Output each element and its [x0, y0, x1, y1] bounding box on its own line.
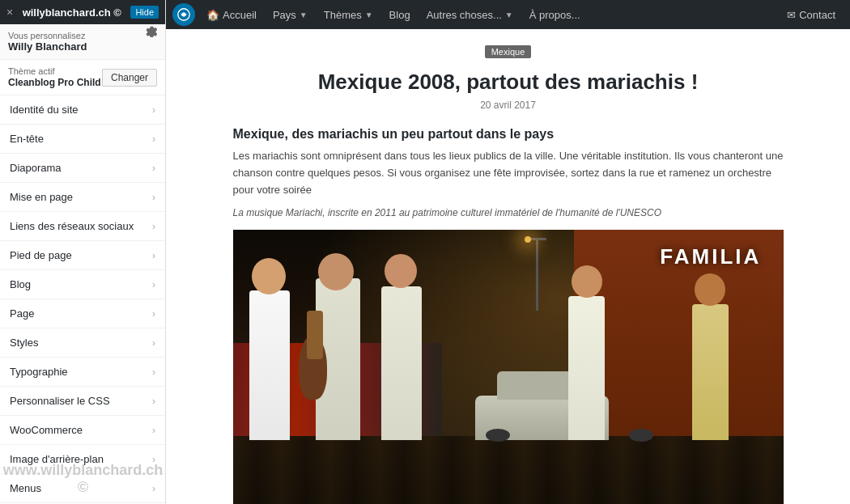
menu-item-label: Styles: [10, 337, 38, 349]
chevron-right-icon: ›: [152, 337, 155, 349]
menu-item-label: Personnaliser le CSS: [10, 395, 110, 407]
menu-item-label: WooCommerce: [10, 424, 83, 436]
chevron-right-icon: ›: [152, 366, 155, 378]
chevron-right-icon: ›: [152, 279, 155, 290]
sidebar-menu-item[interactable]: Blog›: [0, 270, 165, 299]
nav-accueil[interactable]: 🏠 Accueil: [198, 4, 265, 26]
sidebar-menu-item[interactable]: Styles›: [0, 328, 165, 358]
changer-button[interactable]: Changer: [102, 69, 157, 87]
contact-label: Contact: [799, 9, 835, 21]
chevron-right-icon: ›: [152, 250, 155, 261]
nav-pays[interactable]: Pays ▼: [265, 4, 316, 26]
menu-item-label: Pied de page: [10, 249, 72, 261]
topbar: 🏠 Accueil Pays ▼ Thèmes ▼ Blog Autres ch…: [166, 0, 850, 29]
badge-row: Mexique: [233, 45, 784, 65]
menu-item-label: En-tête: [10, 133, 44, 145]
accueil-label: Accueil: [223, 9, 257, 21]
autres-choses-label: Autres choses...: [427, 9, 502, 21]
article-body: Les mariachis sont omniprésent dans tous…: [233, 148, 784, 198]
chevron-right-icon: ›: [152, 454, 155, 465]
site-logo[interactable]: [172, 3, 195, 26]
article-subtitle: Mexique, des mariachis un peu partout da…: [233, 127, 784, 142]
chevron-right-icon: ›: [152, 133, 155, 145]
sidebar-menu-item[interactable]: Personnaliser le CSS›: [0, 387, 165, 416]
sidebar-menu-item[interactable]: Image d'arrière-plan›: [0, 445, 165, 474]
home-icon: 🏠: [206, 9, 219, 21]
nav-apropos[interactable]: À propos...: [521, 4, 589, 26]
menu-item-label: Image d'arrière-plan: [10, 453, 104, 465]
chevron-right-icon: ›: [152, 104, 155, 116]
theme-name: Cleanblog Pro Child: [8, 77, 101, 88]
nav-blog[interactable]: Blog: [381, 4, 419, 26]
sidebar-header: × willyblanchard.ch © Hide: [0, 0, 165, 24]
main-content[interactable]: Mexique Mexique 2008, partout des mariac…: [166, 29, 850, 504]
customizer-sidebar: × willyblanchard.ch © Hide Vous personna…: [0, 0, 166, 504]
menu-item-label: Diaporama: [10, 162, 62, 174]
themes-label: Thèmes: [324, 9, 362, 21]
nav-autres-choses[interactable]: Autres choses... ▼: [419, 4, 521, 26]
contact-email-icon: ✉: [787, 9, 796, 21]
sidebar-menu-item[interactable]: En-tête›: [0, 125, 165, 154]
chevron-right-icon: ›: [152, 483, 155, 494]
article-container: Mexique Mexique 2008, partout des mariac…: [233, 29, 784, 504]
pays-label: Pays: [273, 9, 296, 21]
theme-section: Thème actif Cleanblog Pro Child Changer: [0, 60, 165, 95]
menu-item-label: Page: [10, 307, 34, 320]
menu-item-label: Liens des réseaux sociaux: [10, 220, 134, 232]
chevron-right-icon: ›: [152, 221, 155, 232]
chevron-right-icon: ›: [152, 425, 155, 436]
chevron-right-icon: ›: [152, 163, 155, 174]
article-main-image: FAMILIA: [233, 230, 784, 504]
close-button[interactable]: ×: [6, 6, 13, 18]
chevron-right-icon: ›: [152, 396, 155, 407]
user-section: Vous personnalisez Willy Blanchard: [0, 24, 165, 60]
pays-dropdown-arrow: ▼: [300, 11, 308, 19]
sidebar-menu-item[interactable]: Diaporama›: [0, 154, 165, 183]
mexique-badge: Mexique: [485, 45, 532, 58]
username-label: Willy Blanchard: [8, 40, 87, 53]
article-date: 20 avril 2017: [233, 100, 784, 111]
gear-icon[interactable]: [146, 26, 157, 37]
chevron-right-icon: ›: [152, 192, 155, 203]
menu-item-label: Blog: [10, 278, 31, 290]
topbar-right: ✉ Contact: [779, 4, 844, 26]
article-note: La musique Mariachi, inscrite en 2011 au…: [233, 207, 784, 218]
menu-item-label: Identité du site: [10, 104, 79, 116]
themes-dropdown-arrow: ▼: [365, 11, 373, 19]
sidebar-menu-item[interactable]: WooCommerce›: [0, 416, 165, 445]
sidebar-menu-item[interactable]: Mise en page›: [0, 183, 165, 212]
menu-item-label: Typographie: [10, 366, 68, 378]
apropos-label: À propos...: [529, 9, 580, 21]
menu-item-label: Menus: [10, 482, 41, 494]
site-title: willyblanchard.ch ©: [23, 6, 121, 19]
logo-icon: [176, 7, 191, 22]
theme-actif-label: Thème actif: [8, 66, 101, 76]
nav-themes[interactable]: Thèmes ▼: [316, 4, 381, 26]
hide-button[interactable]: Hide: [130, 6, 159, 19]
sidebar-menu: Identité du site›En-tête›Diaporama›Mise …: [0, 95, 165, 504]
sidebar-menu-item[interactable]: Page›: [0, 299, 165, 328]
blog-label: Blog: [389, 9, 410, 21]
sidebar-menu-item[interactable]: Typographie›: [0, 358, 165, 387]
nav-contact[interactable]: ✉ Contact: [779, 4, 844, 26]
menu-item-label: Mise en page: [10, 191, 73, 203]
article-title: Mexique 2008, partout des mariachis !: [233, 70, 784, 95]
sidebar-menu-item[interactable]: Pied de page›: [0, 241, 165, 270]
sidebar-menu-item[interactable]: Identité du site›: [0, 95, 165, 125]
vous-personnalisez-label: Vous personnalisez: [8, 31, 157, 40]
topbar-nav: 🏠 Accueil Pays ▼ Thèmes ▼ Blog Autres ch…: [198, 4, 779, 26]
sidebar-menu-item[interactable]: Liens des réseaux sociaux›: [0, 212, 165, 241]
street-scene: FAMILIA: [233, 230, 784, 504]
familia-sign: FAMILIA: [660, 244, 761, 269]
autres-dropdown-arrow: ▼: [505, 11, 513, 19]
sidebar-menu-item[interactable]: Menus›: [0, 474, 165, 503]
chevron-right-icon: ›: [152, 308, 155, 320]
